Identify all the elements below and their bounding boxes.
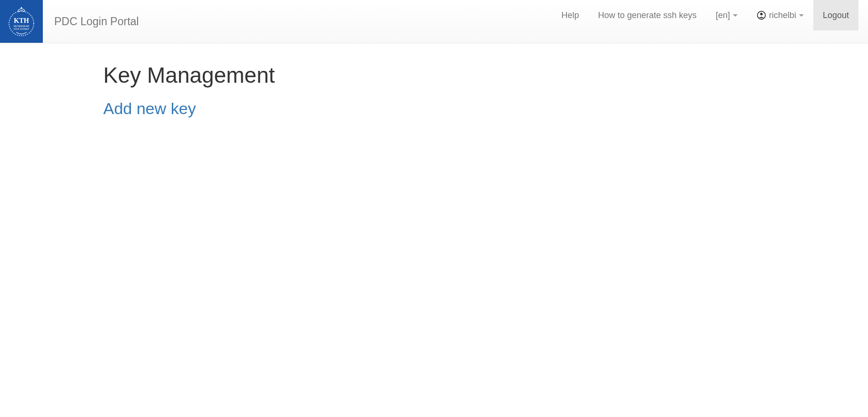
nav-user-dropdown[interactable]: richelbi [747,0,813,30]
navbar-right: Help How to generate ssh keys [en] riche… [552,0,868,43]
user-circle-icon [757,10,766,20]
nav-logout[interactable]: Logout [813,0,858,30]
nav-how-to-label: How to generate ssh keys [598,10,697,20]
caret-down-icon [733,14,738,17]
nav-language-dropdown[interactable]: [en] [706,0,747,30]
brand-title[interactable]: PDC Login Portal [54,15,139,28]
svg-text:VETENSKAP: VETENSKAP [13,25,30,28]
svg-text:KTH: KTH [14,17,29,24]
kth-crest-icon: KTH VETENSKAP OCH KONST [4,4,39,39]
nav-help-label: Help [562,10,579,20]
svg-point-1 [21,7,22,9]
main-container: Key Management Add new key [84,43,784,132]
navbar-left: KTH VETENSKAP OCH KONST PDC Login Portal [10,0,139,43]
page-title: Key Management [103,62,765,88]
add-new-key-link[interactable]: Add new key [103,99,196,118]
svg-point-6 [760,13,762,15]
nav-language-label: [en] [716,10,730,20]
nav-how-to-ssh[interactable]: How to generate ssh keys [589,0,706,30]
top-navbar: KTH VETENSKAP OCH KONST PDC Login Portal… [0,0,868,43]
nav-help[interactable]: Help [552,0,589,30]
nav-username-label: richelbi [769,10,796,20]
kth-logo[interactable]: KTH VETENSKAP OCH KONST [0,0,43,43]
caret-down-icon [799,14,804,17]
nav-logout-label: Logout [823,10,849,20]
svg-text:OCH KONST: OCH KONST [13,28,29,30]
